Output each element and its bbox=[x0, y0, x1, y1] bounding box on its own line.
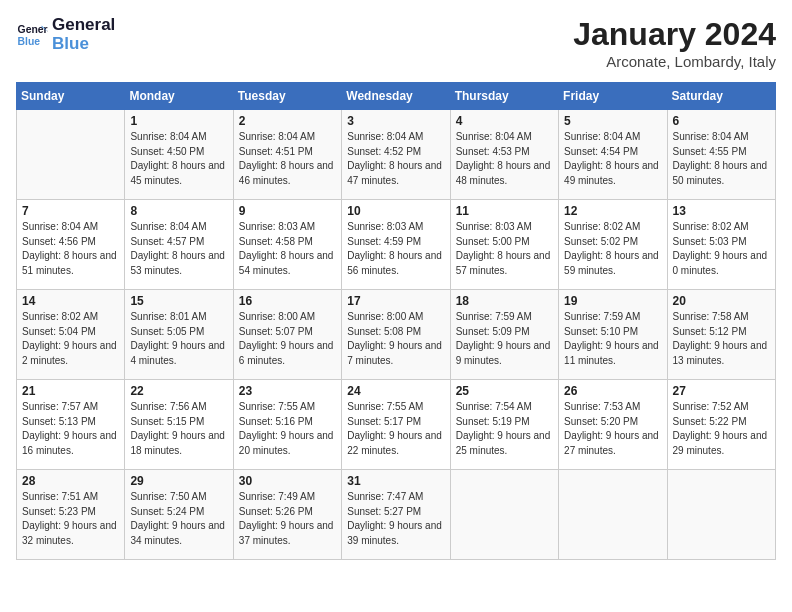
day-info: Sunrise: 7:57 AMSunset: 5:13 PMDaylight:… bbox=[22, 400, 119, 458]
calendar-week-row: 28Sunrise: 7:51 AMSunset: 5:23 PMDayligh… bbox=[17, 470, 776, 560]
day-number: 14 bbox=[22, 294, 119, 308]
calendar-day-cell: 29Sunrise: 7:50 AMSunset: 5:24 PMDayligh… bbox=[125, 470, 233, 560]
calendar-day-cell: 28Sunrise: 7:51 AMSunset: 5:23 PMDayligh… bbox=[17, 470, 125, 560]
calendar-day-cell: 30Sunrise: 7:49 AMSunset: 5:26 PMDayligh… bbox=[233, 470, 341, 560]
day-info: Sunrise: 8:04 AMSunset: 4:51 PMDaylight:… bbox=[239, 130, 336, 188]
calendar-day-cell: 31Sunrise: 7:47 AMSunset: 5:27 PMDayligh… bbox=[342, 470, 450, 560]
day-number: 9 bbox=[239, 204, 336, 218]
day-number: 21 bbox=[22, 384, 119, 398]
weekday-header: Monday bbox=[125, 83, 233, 110]
day-info: Sunrise: 8:04 AMSunset: 4:50 PMDaylight:… bbox=[130, 130, 227, 188]
day-info: Sunrise: 7:59 AMSunset: 5:09 PMDaylight:… bbox=[456, 310, 553, 368]
day-info: Sunrise: 8:02 AMSunset: 5:04 PMDaylight:… bbox=[22, 310, 119, 368]
calendar-day-cell: 1Sunrise: 8:04 AMSunset: 4:50 PMDaylight… bbox=[125, 110, 233, 200]
day-info: Sunrise: 8:04 AMSunset: 4:54 PMDaylight:… bbox=[564, 130, 661, 188]
day-info: Sunrise: 7:58 AMSunset: 5:12 PMDaylight:… bbox=[673, 310, 770, 368]
day-info: Sunrise: 8:03 AMSunset: 4:59 PMDaylight:… bbox=[347, 220, 444, 278]
calendar-day-cell: 27Sunrise: 7:52 AMSunset: 5:22 PMDayligh… bbox=[667, 380, 775, 470]
day-number: 7 bbox=[22, 204, 119, 218]
svg-text:Blue: Blue bbox=[18, 35, 41, 46]
day-number: 8 bbox=[130, 204, 227, 218]
day-number: 25 bbox=[456, 384, 553, 398]
day-number: 19 bbox=[564, 294, 661, 308]
calendar-day-cell: 22Sunrise: 7:56 AMSunset: 5:15 PMDayligh… bbox=[125, 380, 233, 470]
day-number: 1 bbox=[130, 114, 227, 128]
calendar-day-cell bbox=[450, 470, 558, 560]
day-info: Sunrise: 7:54 AMSunset: 5:19 PMDaylight:… bbox=[456, 400, 553, 458]
day-number: 30 bbox=[239, 474, 336, 488]
calendar-day-cell: 21Sunrise: 7:57 AMSunset: 5:13 PMDayligh… bbox=[17, 380, 125, 470]
calendar-day-cell: 6Sunrise: 8:04 AMSunset: 4:55 PMDaylight… bbox=[667, 110, 775, 200]
day-number: 15 bbox=[130, 294, 227, 308]
day-info: Sunrise: 8:02 AMSunset: 5:02 PMDaylight:… bbox=[564, 220, 661, 278]
title-area: January 2024 Arconate, Lombardy, Italy bbox=[573, 16, 776, 70]
calendar-day-cell: 25Sunrise: 7:54 AMSunset: 5:19 PMDayligh… bbox=[450, 380, 558, 470]
calendar-day-cell bbox=[667, 470, 775, 560]
day-number: 24 bbox=[347, 384, 444, 398]
logo-text-general: General bbox=[52, 16, 115, 35]
calendar-day-cell: 12Sunrise: 8:02 AMSunset: 5:02 PMDayligh… bbox=[559, 200, 667, 290]
weekday-header: Friday bbox=[559, 83, 667, 110]
day-info: Sunrise: 7:55 AMSunset: 5:16 PMDaylight:… bbox=[239, 400, 336, 458]
calendar-week-row: 14Sunrise: 8:02 AMSunset: 5:04 PMDayligh… bbox=[17, 290, 776, 380]
day-number: 26 bbox=[564, 384, 661, 398]
day-number: 16 bbox=[239, 294, 336, 308]
calendar-day-cell: 15Sunrise: 8:01 AMSunset: 5:05 PMDayligh… bbox=[125, 290, 233, 380]
day-info: Sunrise: 7:49 AMSunset: 5:26 PMDaylight:… bbox=[239, 490, 336, 548]
day-info: Sunrise: 8:03 AMSunset: 4:58 PMDaylight:… bbox=[239, 220, 336, 278]
calendar-day-cell: 7Sunrise: 8:04 AMSunset: 4:56 PMDaylight… bbox=[17, 200, 125, 290]
day-info: Sunrise: 7:51 AMSunset: 5:23 PMDaylight:… bbox=[22, 490, 119, 548]
day-info: Sunrise: 8:03 AMSunset: 5:00 PMDaylight:… bbox=[456, 220, 553, 278]
day-info: Sunrise: 7:52 AMSunset: 5:22 PMDaylight:… bbox=[673, 400, 770, 458]
calendar-day-cell: 3Sunrise: 8:04 AMSunset: 4:52 PMDaylight… bbox=[342, 110, 450, 200]
day-info: Sunrise: 8:04 AMSunset: 4:52 PMDaylight:… bbox=[347, 130, 444, 188]
day-number: 6 bbox=[673, 114, 770, 128]
day-info: Sunrise: 8:04 AMSunset: 4:55 PMDaylight:… bbox=[673, 130, 770, 188]
day-number: 11 bbox=[456, 204, 553, 218]
calendar-day-cell: 16Sunrise: 8:00 AMSunset: 5:07 PMDayligh… bbox=[233, 290, 341, 380]
calendar-day-cell: 14Sunrise: 8:02 AMSunset: 5:04 PMDayligh… bbox=[17, 290, 125, 380]
calendar-day-cell: 23Sunrise: 7:55 AMSunset: 5:16 PMDayligh… bbox=[233, 380, 341, 470]
day-info: Sunrise: 8:01 AMSunset: 5:05 PMDaylight:… bbox=[130, 310, 227, 368]
calendar-day-cell: 9Sunrise: 8:03 AMSunset: 4:58 PMDaylight… bbox=[233, 200, 341, 290]
calendar-week-row: 21Sunrise: 7:57 AMSunset: 5:13 PMDayligh… bbox=[17, 380, 776, 470]
calendar-day-cell: 24Sunrise: 7:55 AMSunset: 5:17 PMDayligh… bbox=[342, 380, 450, 470]
day-info: Sunrise: 8:04 AMSunset: 4:56 PMDaylight:… bbox=[22, 220, 119, 278]
day-number: 12 bbox=[564, 204, 661, 218]
day-number: 31 bbox=[347, 474, 444, 488]
day-info: Sunrise: 7:59 AMSunset: 5:10 PMDaylight:… bbox=[564, 310, 661, 368]
logo: General Blue General Blue bbox=[16, 16, 115, 53]
day-info: Sunrise: 7:56 AMSunset: 5:15 PMDaylight:… bbox=[130, 400, 227, 458]
calendar-table: SundayMondayTuesdayWednesdayThursdayFrid… bbox=[16, 82, 776, 560]
calendar-day-cell: 17Sunrise: 8:00 AMSunset: 5:08 PMDayligh… bbox=[342, 290, 450, 380]
day-number: 5 bbox=[564, 114, 661, 128]
day-number: 20 bbox=[673, 294, 770, 308]
day-info: Sunrise: 7:47 AMSunset: 5:27 PMDaylight:… bbox=[347, 490, 444, 548]
day-info: Sunrise: 8:04 AMSunset: 4:53 PMDaylight:… bbox=[456, 130, 553, 188]
calendar-day-cell bbox=[559, 470, 667, 560]
day-number: 27 bbox=[673, 384, 770, 398]
day-number: 28 bbox=[22, 474, 119, 488]
calendar-day-cell: 26Sunrise: 7:53 AMSunset: 5:20 PMDayligh… bbox=[559, 380, 667, 470]
day-info: Sunrise: 7:53 AMSunset: 5:20 PMDaylight:… bbox=[564, 400, 661, 458]
day-info: Sunrise: 8:00 AMSunset: 5:07 PMDaylight:… bbox=[239, 310, 336, 368]
svg-text:General: General bbox=[18, 24, 48, 35]
weekday-header: Tuesday bbox=[233, 83, 341, 110]
day-info: Sunrise: 7:55 AMSunset: 5:17 PMDaylight:… bbox=[347, 400, 444, 458]
day-number: 13 bbox=[673, 204, 770, 218]
page-header: General Blue General Blue January 2024 A… bbox=[16, 16, 776, 70]
logo-icon: General Blue bbox=[16, 19, 48, 51]
day-number: 10 bbox=[347, 204, 444, 218]
day-info: Sunrise: 8:04 AMSunset: 4:57 PMDaylight:… bbox=[130, 220, 227, 278]
day-number: 22 bbox=[130, 384, 227, 398]
calendar-day-cell: 20Sunrise: 7:58 AMSunset: 5:12 PMDayligh… bbox=[667, 290, 775, 380]
day-number: 2 bbox=[239, 114, 336, 128]
weekday-header: Thursday bbox=[450, 83, 558, 110]
day-number: 17 bbox=[347, 294, 444, 308]
calendar-day-cell: 4Sunrise: 8:04 AMSunset: 4:53 PMDaylight… bbox=[450, 110, 558, 200]
calendar-week-row: 1Sunrise: 8:04 AMSunset: 4:50 PMDaylight… bbox=[17, 110, 776, 200]
calendar-day-cell: 8Sunrise: 8:04 AMSunset: 4:57 PMDaylight… bbox=[125, 200, 233, 290]
calendar-day-cell bbox=[17, 110, 125, 200]
day-number: 3 bbox=[347, 114, 444, 128]
day-number: 4 bbox=[456, 114, 553, 128]
